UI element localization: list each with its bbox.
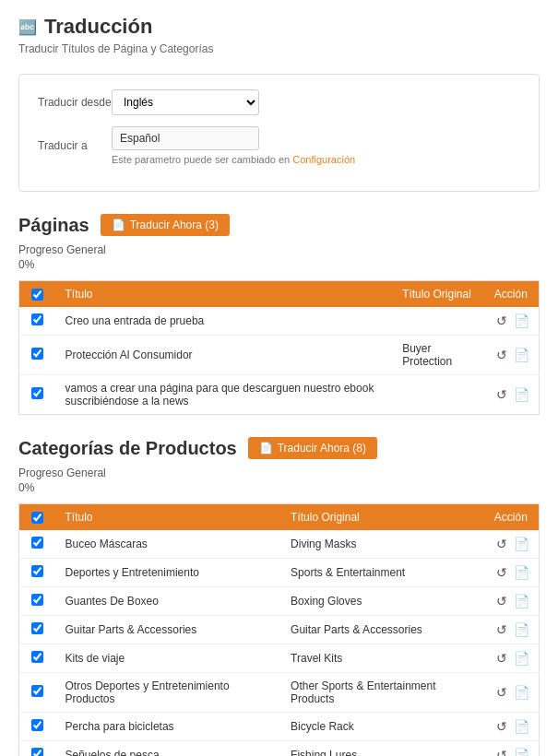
row-original: Other Sports & Entertainment Products — [281, 673, 483, 713]
to-language-input[interactable] — [112, 126, 259, 150]
doc-icon[interactable]: 📄 — [514, 537, 529, 551]
pages-section-header: Páginas 📄 Traducir Ahora (3) — [18, 214, 540, 236]
doc-icon[interactable]: 📄 — [514, 719, 529, 734]
row-actions: ↺ 📄 — [483, 307, 540, 336]
categories-select-all[interactable] — [31, 512, 43, 524]
row-original: Diving Masks — [281, 530, 483, 559]
translate-pages-button[interactable]: 📄 Traducir Ahora (3) — [101, 214, 230, 236]
categories-col-title: Título — [56, 504, 282, 531]
row-check-cell — [19, 616, 56, 644]
doc-icon[interactable]: 📄 — [514, 313, 529, 328]
config-note: Este parametro puede ser cambiado en Con… — [112, 154, 355, 165]
row-title: Guantes De Boxeo — [56, 587, 282, 616]
config-link[interactable]: Configuración — [292, 154, 355, 165]
doc-icon[interactable]: 📄 — [514, 651, 529, 666]
row-original: Travel Kits — [281, 644, 483, 673]
to-input-wrapper: Este parametro puede ser cambiado en Con… — [112, 126, 355, 165]
categories-section: Categorías de Productos 📄 Traducir Ahora… — [18, 437, 540, 756]
refresh-icon[interactable]: ↺ — [496, 313, 507, 328]
row-title: Creo una entrada de prueba — [56, 307, 394, 336]
doc-icon[interactable]: 📄 — [514, 594, 529, 608]
row-check-cell — [19, 713, 56, 741]
row-checkbox[interactable] — [31, 748, 43, 756]
doc-icon[interactable]: 📄 — [514, 387, 529, 402]
translate-icon: 📄 — [112, 219, 125, 231]
pages-col-title: Título — [56, 281, 394, 308]
from-language-select[interactable]: Inglés Español Francés Alemán — [112, 89, 259, 115]
row-actions: ↺ 📄 — [483, 587, 540, 616]
categories-section-header: Categorías de Productos 📄 Traducir Ahora… — [18, 437, 540, 459]
row-checkbox[interactable] — [31, 651, 43, 663]
page-subtitle: Traducir Títulos de Página y Categorías — [18, 42, 540, 55]
refresh-icon[interactable]: ↺ — [496, 594, 507, 608]
categories-progress-label: Progreso General — [18, 467, 540, 479]
table-row: Kits de viaje Travel Kits ↺ 📄 — [19, 644, 540, 673]
row-title: vamos a crear una página para que descar… — [56, 375, 394, 415]
table-row: Señuelos de pesca Fishing Lures ↺ 📄 — [19, 741, 540, 757]
refresh-icon[interactable]: ↺ — [496, 387, 507, 402]
row-checkbox[interactable] — [31, 594, 43, 606]
settings-box: Traducir desde Inglés Español Francés Al… — [18, 74, 540, 192]
row-checkbox[interactable] — [31, 387, 43, 399]
row-title: Protección Al Consumidor — [56, 336, 394, 375]
pages-col-action: Acción — [483, 281, 540, 308]
row-title: Señuelos de pesca — [56, 741, 282, 757]
page-icon: 🔤 — [18, 18, 37, 36]
table-row: Percha para bicicletas Bicycle Rack ↺ 📄 — [19, 713, 540, 741]
doc-icon[interactable]: 📄 — [514, 685, 529, 700]
table-row: Deportes y Entretenimiento Sports & Ente… — [19, 559, 540, 587]
categories-progress-value: 0% — [18, 481, 540, 494]
categories-table: Título Título Original Acción Buceo Másc… — [18, 503, 540, 756]
doc-icon[interactable]: 📄 — [514, 348, 529, 362]
refresh-icon[interactable]: ↺ — [496, 622, 507, 637]
row-checkbox[interactable] — [31, 565, 43, 577]
pages-progress-label: Progreso General — [18, 243, 540, 256]
doc-icon[interactable]: 📄 — [514, 748, 529, 756]
table-row: Creo una entrada de prueba ↺ 📄 — [19, 307, 540, 336]
row-original: Boxing Gloves — [281, 587, 483, 616]
refresh-icon[interactable]: ↺ — [496, 748, 507, 756]
translate-categories-button[interactable]: 📄 Traducir Ahora (8) — [248, 437, 377, 459]
refresh-icon[interactable]: ↺ — [496, 537, 507, 551]
row-original: Guitar Parts & Accessories — [281, 616, 483, 644]
table-row: Guantes De Boxeo Boxing Gloves ↺ 📄 — [19, 587, 540, 616]
row-checkbox[interactable] — [31, 685, 43, 697]
row-actions: ↺ 📄 — [483, 713, 540, 741]
refresh-icon[interactable]: ↺ — [496, 719, 507, 734]
row-checkbox[interactable] — [31, 313, 43, 325]
doc-icon[interactable]: 📄 — [514, 565, 529, 580]
row-actions: ↺ 📄 — [483, 673, 540, 713]
row-check-cell — [19, 587, 56, 616]
row-title: Guitar Parts & Accessories — [56, 616, 282, 644]
translate-cat-icon: 📄 — [259, 442, 273, 455]
row-check-cell — [19, 530, 56, 559]
row-original: Fishing Lures — [281, 741, 483, 757]
row-actions: ↺ 📄 — [483, 530, 540, 559]
row-title: Deportes y Entretenimiento — [56, 559, 282, 587]
row-check-cell — [19, 336, 56, 375]
row-actions: ↺ 📄 — [483, 616, 540, 644]
refresh-icon[interactable]: ↺ — [496, 348, 507, 362]
row-checkbox[interactable] — [31, 348, 43, 360]
pages-select-all[interactable] — [31, 289, 43, 301]
row-title: Kits de viaje — [56, 644, 282, 673]
row-check-cell — [19, 741, 56, 757]
row-checkbox[interactable] — [31, 719, 43, 731]
table-row: Otros Deportes y Entretenimiento Product… — [19, 673, 540, 713]
row-actions: ↺ 📄 — [483, 741, 540, 757]
table-row: Guitar Parts & Accessories Guitar Parts … — [19, 616, 540, 644]
row-check-cell — [19, 307, 56, 336]
table-row: Protección Al Consumidor Buyer Protectio… — [19, 336, 540, 375]
row-check-cell — [19, 644, 56, 673]
doc-icon[interactable]: 📄 — [514, 622, 529, 637]
refresh-icon[interactable]: ↺ — [496, 651, 507, 666]
refresh-icon[interactable]: ↺ — [496, 565, 507, 580]
categories-col-check — [19, 504, 56, 531]
pages-col-check — [19, 281, 56, 308]
row-actions: ↺ 📄 — [483, 559, 540, 587]
categories-section-title: Categorías de Productos — [18, 438, 237, 459]
row-checkbox[interactable] — [31, 537, 43, 549]
table-row: vamos a crear una página para que descar… — [19, 375, 540, 415]
row-checkbox[interactable] — [31, 622, 43, 634]
refresh-icon[interactable]: ↺ — [496, 685, 507, 700]
